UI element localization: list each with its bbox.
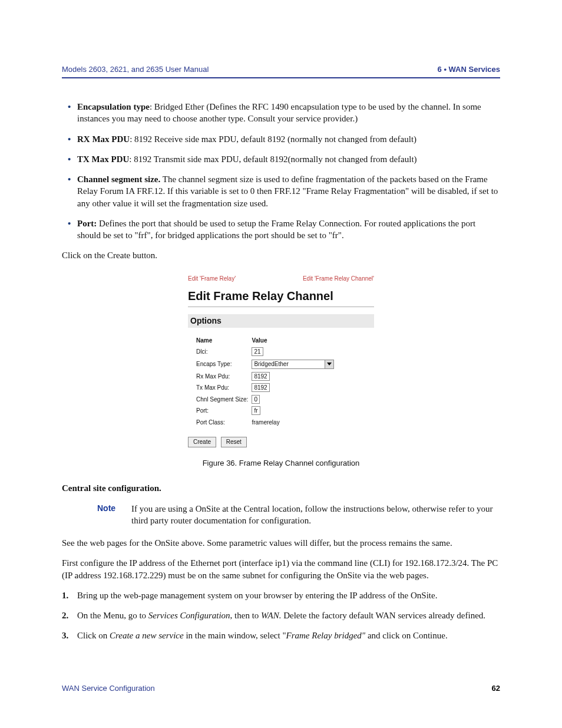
step-2-pre: On the Menu, go to xyxy=(77,611,148,620)
bullet-rxmax: RX Max PDU: 8192 Receive side max PDU, d… xyxy=(62,133,500,145)
step-2-post: Delete the factory default WAN services … xyxy=(281,611,485,620)
step-2-ital1: Services Configuration xyxy=(148,611,230,620)
bullet-port-text: Defines the port that should be used to … xyxy=(77,219,475,240)
click-create-para: Click on the Create button. xyxy=(62,249,500,261)
figure-dlci-label: Dlci: xyxy=(196,346,252,358)
figure-crumb-left[interactable]: Edit 'Frame Relay' xyxy=(188,275,236,283)
step-3-ital2: Frame Relay bridged" xyxy=(286,631,366,640)
figure-txmax-label: Tx Max Pdu: xyxy=(196,382,252,394)
step-3: 3.Click on Create a new service in the m… xyxy=(62,630,500,641)
figure-subtitle: Options xyxy=(188,314,374,328)
para-see: See the web pages for the OnSite above. … xyxy=(62,537,500,549)
figure-dlci-input[interactable]: 21 xyxy=(252,347,263,356)
bullet-port: Port: Defines the port that should be us… xyxy=(62,218,500,242)
note-label: Note xyxy=(97,503,131,527)
step-3-mid: in the main window, select " xyxy=(184,631,286,640)
figure-chnl-label: Chnl Segment Size: xyxy=(196,394,252,406)
bullet-txmax: TX Max PDU: 8192 Transmit side max PDU, … xyxy=(62,153,500,165)
figure-txmax-input[interactable]: 8192 xyxy=(252,383,269,392)
bullet-chnl-label: Channel segment size. xyxy=(77,174,160,184)
header-rule xyxy=(62,77,500,78)
figure-chnl-input[interactable]: 0 xyxy=(252,395,260,404)
bullet-rxmax-label: RX Max PDU xyxy=(77,134,130,144)
figure-rxmax-input[interactable]: 8192 xyxy=(252,372,269,381)
header-section: 6 • WAN Services xyxy=(438,65,500,74)
step-2-num: 2. xyxy=(62,610,68,621)
header-model: Models 2603, 2621, and 2635 User Manual xyxy=(62,65,209,74)
step-1-text: Bring up the web-page management system … xyxy=(77,591,437,600)
central-heading: Central site configuration. xyxy=(62,482,500,494)
figure-reset-button[interactable]: Reset xyxy=(221,437,247,447)
figure-encaps-value: BridgedEther xyxy=(254,361,288,367)
step-1: 1.Bring up the web-page management syste… xyxy=(62,589,500,601)
step-2-mid: , then to xyxy=(230,611,262,620)
figure-col-value: Value xyxy=(252,335,338,347)
bullet-txmax-label: TX Max PDU xyxy=(77,154,129,164)
figure-port-input[interactable]: fr xyxy=(252,406,260,415)
step-2: 2.On the Menu, go to Services Configurat… xyxy=(62,610,500,621)
step-3-ital1: Create a new service xyxy=(110,631,184,640)
step-3-pre: Click on xyxy=(77,631,110,640)
figure-col-name: Name xyxy=(196,335,252,347)
bullet-rxmax-text: : 8192 Receive side max PDU, default 819… xyxy=(130,134,416,144)
para-first: First configure the IP address of the Et… xyxy=(62,557,500,581)
footer-section: WAN Service Configuration xyxy=(62,684,155,693)
figure-frame-relay: Edit 'Frame Relay' Edit 'Frame Relay Cha… xyxy=(188,275,374,447)
figure-crumb-right[interactable]: Edit 'Frame Relay Channel' xyxy=(303,275,374,283)
step-2-ital2: WAN. xyxy=(261,611,281,620)
note-text: If you are using a OnSite at the Central… xyxy=(131,503,500,527)
bullet-port-label: Port: xyxy=(77,219,97,228)
figure-encaps-select[interactable]: BridgedEther xyxy=(252,360,334,369)
figure-pclass-value: framerelay xyxy=(252,417,338,429)
figure-create-button[interactable]: Create xyxy=(188,437,216,447)
footer-page-number: 62 xyxy=(492,684,500,693)
step-3-post: and click on Continue. xyxy=(365,631,448,640)
figure-rxmax-label: Rx Max Pdu: xyxy=(196,371,252,383)
chevron-down-icon xyxy=(327,363,332,365)
figure-pclass-label: Port Class: xyxy=(196,417,252,429)
step-1-num: 1. xyxy=(62,589,68,601)
figure-rule xyxy=(188,307,374,307)
figure-title: Edit Frame Relay Channel xyxy=(188,288,374,304)
step-3-num: 3. xyxy=(62,630,68,641)
figure-port-label: Port: xyxy=(196,405,252,417)
bullet-chnl: Channel segment size. The channel segmen… xyxy=(62,173,500,209)
figure-caption: Figure 36. Frame Relay Channel configura… xyxy=(62,458,500,469)
bullet-encaps-label: Encapsulation type xyxy=(77,102,150,111)
bullet-txmax-text: : 8192 Transmit side max PDU, default 81… xyxy=(129,154,416,164)
bullet-encaps: Encapsulation type: Bridged Ether (Defin… xyxy=(62,101,500,125)
figure-encaps-label: Encaps Type: xyxy=(196,358,252,371)
